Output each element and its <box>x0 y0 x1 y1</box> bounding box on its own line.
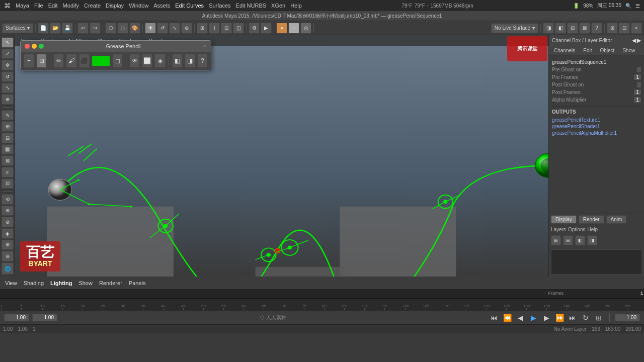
menu-help[interactable]: Help <box>290 3 302 9</box>
gp-eraser-btn[interactable]: ⊟ <box>36 54 47 68</box>
new-scene-btn[interactable]: 📄 <box>38 23 49 34</box>
tool15[interactable]: ⊗ <box>2 206 14 216</box>
layer-del-btn[interactable]: ⊟ <box>563 235 573 245</box>
gp-anim3-btn[interactable]: ? <box>197 54 208 68</box>
prop-val-5[interactable]: 1 <box>634 97 641 103</box>
menu-window[interactable]: Window <box>129 3 148 9</box>
range-end[interactable]: 1.00 <box>32 314 57 321</box>
layer-down-btn[interactable]: ◨ <box>587 235 597 245</box>
apple-menu[interactable]: ⌘ <box>4 2 11 10</box>
tool7[interactable]: ✎ <box>2 110 14 121</box>
playback-btn[interactable]: ⊞ <box>594 313 604 323</box>
undo-btn[interactable]: ↩ <box>77 23 89 34</box>
layer-icon[interactable]: 🌐 <box>2 262 14 275</box>
menu-create[interactable]: Create <box>84 3 101 9</box>
step-fwd-btn[interactable]: ⏩ <box>554 313 565 323</box>
minimize-btn[interactable] <box>32 44 37 49</box>
show-tab[interactable]: Show <box>619 47 638 54</box>
tool3[interactable]: ✥ <box>2 60 14 70</box>
list-icon[interactable]: ☰ <box>635 3 640 9</box>
tool19[interactable]: ⊖ <box>2 251 14 261</box>
render-tab[interactable]: Render <box>579 215 604 224</box>
menu-assets[interactable]: Assets <box>153 3 170 9</box>
sequence-name[interactable]: greasePencilSequence1 <box>552 58 641 66</box>
rotate-btn[interactable]: ↺ <box>157 23 168 34</box>
tb2-lighting[interactable]: Lighting <box>47 279 75 287</box>
gp-frame-prev-btn[interactable]: 👁 <box>129 54 140 68</box>
menu-edit[interactable]: Edit <box>48 3 58 9</box>
range-start[interactable]: 1.00 <box>4 314 29 321</box>
select-btn[interactable]: ⬡ <box>105 23 116 34</box>
step-back-btn[interactable]: ⏪ <box>502 313 512 323</box>
menu-xgen[interactable]: XGen <box>271 3 285 9</box>
display-tab[interactable]: Display <box>551 215 577 224</box>
tool14[interactable]: ⟲ <box>2 194 14 205</box>
channels-tab[interactable]: Channels <box>551 47 578 54</box>
menu-editcurves[interactable]: Edit Curves <box>175 3 204 9</box>
view-btn3[interactable]: ⊟ <box>567 23 578 34</box>
gp-anim1-btn[interactable]: ◧ <box>172 54 183 68</box>
search-icon[interactable]: 🔍 <box>625 3 631 9</box>
anim-tab[interactable]: Anim <box>606 215 627 224</box>
object-tab[interactable]: Object <box>597 47 618 54</box>
gp-cursor-btn[interactable]: + <box>24 54 34 68</box>
menu-modify[interactable]: Modify <box>63 3 79 9</box>
menu-editnurbs[interactable]: Edit NURBS <box>236 3 267 9</box>
help-btn[interactable]: ? <box>591 23 602 34</box>
tool8[interactable]: ⊞ <box>2 121 14 132</box>
view-btn1[interactable]: ◨ <box>543 23 554 34</box>
output-1[interactable]: greasePencilTexture1 <box>552 117 641 123</box>
tool2[interactable]: ⤢ <box>2 49 14 59</box>
gp-ghost-btn[interactable]: ◻ <box>112 54 123 68</box>
header-icon1[interactable]: ◀ <box>632 37 636 44</box>
tool10[interactable]: ▦ <box>2 144 14 155</box>
gp-close[interactable]: ✕ <box>203 44 207 49</box>
prop-val-4[interactable]: 1 <box>634 89 641 95</box>
tb2-shading[interactable]: Shading <box>21 279 47 287</box>
grease-pencil-dialog[interactable]: Grease Pencil ✕ + ⊟ ✏ 🖌 ⬛ ◻ 👁 ⬜ ◈ ◧ ◨ ? <box>20 40 211 70</box>
layer-up-btn[interactable]: ◧ <box>575 235 585 245</box>
playback-speed[interactable]: 1.00 <box>615 314 640 321</box>
loop-btn[interactable]: ↻ <box>581 313 591 323</box>
main-viewport[interactable]: View Shading Lighting Show Renderer Pane… <box>15 35 548 277</box>
tool13[interactable]: ⊡ <box>2 178 14 189</box>
tool9[interactable]: ⊟ <box>2 133 14 143</box>
save-btn[interactable]: 💾 <box>62 23 73 34</box>
go-end-btn[interactable]: ⏭ <box>568 313 578 323</box>
gp-brush-btn[interactable]: 🖌 <box>66 54 76 68</box>
tool16[interactable]: ⊘ <box>2 217 14 227</box>
layer-scroll-area[interactable] <box>551 249 642 275</box>
gp-paint-btn[interactable]: ⬛ <box>79 54 90 68</box>
tool17[interactable]: ◈ <box>2 228 14 239</box>
next-frame-btn[interactable]: ▶ <box>541 313 551 323</box>
view-btn2[interactable]: ◧ <box>555 23 566 34</box>
lasso-btn[interactable]: ◌ <box>117 23 128 34</box>
snap-curve-btn[interactable]: ⌇ <box>209 23 220 34</box>
snap-surface-btn[interactable]: ◫ <box>233 23 244 34</box>
play-btn[interactable]: ▶ <box>528 313 538 323</box>
tool12[interactable]: ≡ <box>2 167 14 177</box>
tool5[interactable]: ⤡ <box>2 83 14 94</box>
output-2[interactable]: greasePencilShader1 <box>552 123 641 130</box>
prop-val-3[interactable] <box>637 82 641 87</box>
tb2-renderer[interactable]: Renderer <box>96 279 125 287</box>
prev-frame-btn[interactable]: ◀ <box>515 313 525 323</box>
open-btn[interactable]: 📂 <box>50 23 61 34</box>
extra-btn2[interactable]: ⊡ <box>619 23 630 34</box>
gp-frame-next-btn[interactable]: ⬜ <box>142 54 152 68</box>
edit-tab[interactable]: Edit <box>580 47 595 54</box>
tb2-panels[interactable]: Panels <box>126 279 149 287</box>
view-btn4[interactable]: ⊠ <box>579 23 590 34</box>
tool11[interactable]: ⊠ <box>2 155 14 166</box>
gp-pencil-btn[interactable]: ✏ <box>53 54 64 68</box>
sphere-dark-btn[interactable]: ◎ <box>300 23 311 34</box>
app-name[interactable]: Maya <box>16 3 29 9</box>
output-3[interactable]: greasePencilAlphaMultiplier1 <box>552 130 641 136</box>
paint-btn[interactable]: 🎨 <box>129 23 140 34</box>
move-btn[interactable]: ✚ <box>145 23 156 34</box>
universal-btn[interactable]: ⊕ <box>181 23 192 34</box>
menu-display[interactable]: Display <box>106 3 124 9</box>
snap-grid-btn[interactable]: ⊞ <box>197 23 208 34</box>
help-subtab[interactable]: Help <box>587 227 598 232</box>
layer-btn[interactable]: 🌐 <box>2 262 14 275</box>
